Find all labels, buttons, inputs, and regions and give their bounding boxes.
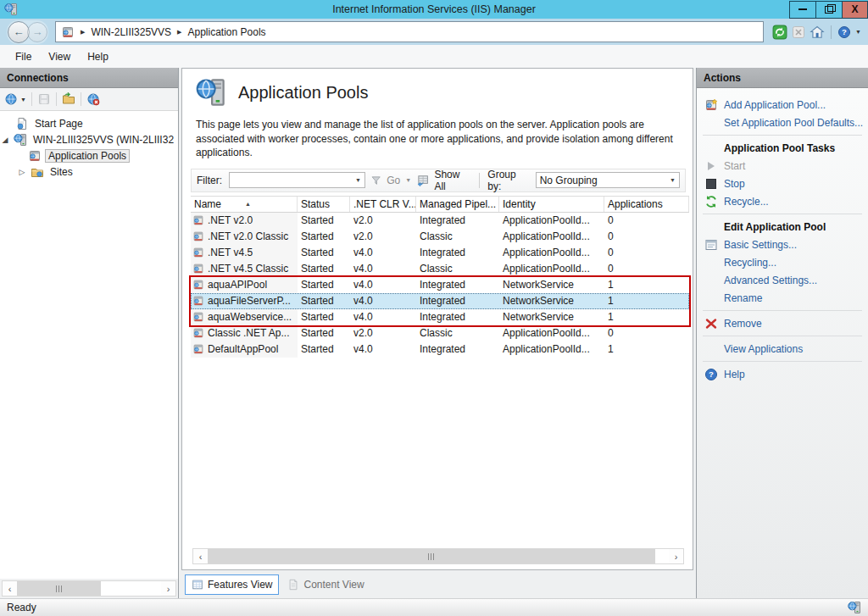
action-add-application-pool[interactable]: Add Application Pool... — [697, 96, 868, 114]
action-help[interactable]: Help — [697, 365, 868, 383]
action-set-application-pool-defaults[interactable]: Set Application Pool Defaults... — [697, 114, 868, 131]
filter-bar: Filter: ▼ Go ▼ Show All Group by: No Gro… — [191, 169, 686, 192]
forward-icon: → — [32, 25, 43, 38]
table-row[interactable]: .NET v4.5 Started v4.0 Integrated Applic… — [191, 245, 689, 261]
table-row[interactable]: .NET v4.5 Classic Started v4.0 Classic A… — [191, 261, 689, 277]
go-dropdown-icon[interactable]: ▼ — [405, 177, 411, 183]
go-button[interactable]: Go — [387, 175, 400, 186]
view-tabs: Features View Content View — [181, 570, 693, 598]
status-server-icon — [848, 601, 861, 614]
tab-features-view[interactable]: Features View — [185, 574, 279, 595]
status-text: Ready — [7, 602, 36, 613]
column-header-name[interactable]: Name ▲ — [191, 197, 298, 212]
app-pool-icon — [192, 279, 204, 291]
go-up-folder-icon[interactable] — [62, 92, 75, 106]
breadcrumb-page[interactable]: Application Pools — [188, 26, 266, 38]
scroll-left-icon[interactable]: ‹ — [193, 549, 208, 563]
scroll-thumb[interactable] — [17, 581, 101, 596]
connect-server-icon[interactable] — [4, 92, 18, 106]
table-row[interactable]: .NET v2.0 Started v2.0 Integrated Applic… — [191, 213, 689, 229]
collapse-icon[interactable]: ◢ — [0, 136, 10, 144]
filter-funnel-icon — [370, 175, 381, 186]
window-title: Internet Information Services (IIS) Mana… — [0, 3, 868, 15]
tree-item-start-page[interactable]: Start Page — [0, 115, 178, 131]
divider — [703, 214, 862, 214]
refresh-icon[interactable] — [772, 25, 787, 40]
scroll-right-icon[interactable]: › — [669, 549, 683, 563]
menu-view[interactable]: View — [40, 47, 79, 66]
status-bar: Ready — [0, 598, 868, 616]
action-stop[interactable]: Stop — [697, 175, 868, 192]
scroll-thumb[interactable] — [208, 549, 655, 563]
sites-folder-icon — [31, 165, 44, 179]
column-header-clr[interactable]: .NET CLR V... — [350, 197, 416, 212]
action-recycling[interactable]: Recycling... — [697, 253, 868, 271]
basic-settings-icon — [704, 238, 718, 252]
column-header-identity[interactable]: Identity — [499, 197, 604, 212]
connections-hscrollbar[interactable]: ‹ › — [2, 580, 176, 597]
close-button[interactable]: X — [842, 1, 868, 19]
action-view-applications[interactable]: View Applications — [697, 340, 868, 358]
restore-icon — [825, 6, 833, 14]
save-icon — [37, 92, 51, 106]
help-icon[interactable] — [837, 25, 851, 39]
content-view-icon — [287, 579, 299, 591]
tree-item-sites[interactable]: ▷ Sites — [0, 164, 178, 180]
column-header-pipeline[interactable]: Managed Pipel... — [416, 197, 499, 212]
show-all-button[interactable]: Show All — [434, 169, 471, 192]
table-row[interactable]: .NET v2.0 Classic Started v2.0 Classic A… — [191, 229, 689, 245]
actions-panel: Actions Add Application Pool... Set Appl… — [696, 68, 868, 598]
home-icon[interactable] — [810, 25, 825, 40]
connect-dropdown-icon[interactable]: ▼ — [20, 97, 26, 103]
column-header-status[interactable]: Status — [298, 197, 350, 212]
recycle-icon — [704, 195, 718, 208]
list-hscrollbar[interactable]: ‹ › — [192, 548, 684, 564]
actions-group-edit: Edit Application Pool — [697, 218, 868, 236]
disconnect-icon[interactable] — [86, 92, 100, 106]
tree-item-server[interactable]: ◢ WIN-2LIII325VVS (WIN-2LIII32 — [0, 131, 178, 147]
divider — [703, 336, 862, 336]
column-header-applications[interactable]: Applications — [604, 197, 689, 212]
table-row[interactable]: Classic .NET Ap... Started v2.0 Classic … — [191, 325, 689, 341]
breadcrumb-server[interactable]: WIN-2LIII325VVS — [91, 26, 171, 38]
filter-input[interactable]: ▼ — [229, 172, 365, 188]
app-pool-icon — [192, 214, 204, 226]
table-row[interactable]: aquaAPIPool Started v4.0 Integrated Netw… — [191, 277, 689, 293]
action-recycle[interactable]: Recycle... — [697, 192, 868, 210]
help-dropdown-icon[interactable]: ▼ — [855, 29, 861, 35]
actions-header: Actions — [697, 68, 868, 88]
expand-icon[interactable]: ▷ — [17, 168, 27, 176]
group-by-select[interactable]: No Grouping ▼ — [536, 172, 680, 188]
action-basic-settings[interactable]: Basic Settings... — [697, 236, 868, 253]
table-row-selected[interactable]: aquaFileServerP... Started v4.0 Integrat… — [191, 293, 689, 309]
action-remove[interactable]: Remove — [697, 314, 868, 332]
application-pools-icon — [28, 149, 42, 163]
close-icon: X — [851, 3, 858, 15]
action-rename[interactable]: Rename — [697, 289, 868, 307]
connections-toolbar: ▼ — [0, 88, 178, 111]
help-icon — [704, 368, 718, 381]
tree-item-application-pools[interactable]: Application Pools — [0, 147, 178, 164]
menu-file[interactable]: File — [7, 47, 40, 66]
app-pool-icon — [192, 343, 204, 355]
application-pools-page-icon — [196, 77, 226, 108]
menu-help[interactable]: Help — [79, 47, 117, 66]
app-pool-icon — [192, 311, 204, 323]
restore-button[interactable] — [815, 1, 842, 19]
scroll-left-icon[interactable]: ‹ — [3, 581, 17, 596]
chevron-down-icon[interactable]: ▼ — [670, 177, 676, 183]
sort-asc-icon: ▲ — [245, 201, 251, 207]
title-bar: Internet Information Services (IIS) Mana… — [0, 0, 868, 19]
chevron-down-icon[interactable]: ▼ — [355, 177, 361, 183]
action-start: Start — [697, 157, 868, 175]
divider — [81, 92, 81, 106]
scroll-right-icon[interactable]: › — [161, 581, 175, 596]
table-row[interactable]: aquaWebservice... Started v4.0 Integrate… — [191, 309, 689, 325]
forward-button[interactable]: → — [27, 22, 47, 42]
table-row[interactable]: DefaultAppPool Started v4.0 Integrated A… — [191, 341, 689, 358]
action-advanced-settings[interactable]: Advanced Settings... — [697, 271, 868, 289]
minimize-button[interactable] — [789, 1, 815, 19]
tab-content-view[interactable]: Content View — [281, 575, 370, 594]
breadcrumb[interactable]: ▶ WIN-2LIII325VVS ▶ Application Pools — [55, 21, 764, 42]
features-view-icon — [192, 579, 203, 591]
